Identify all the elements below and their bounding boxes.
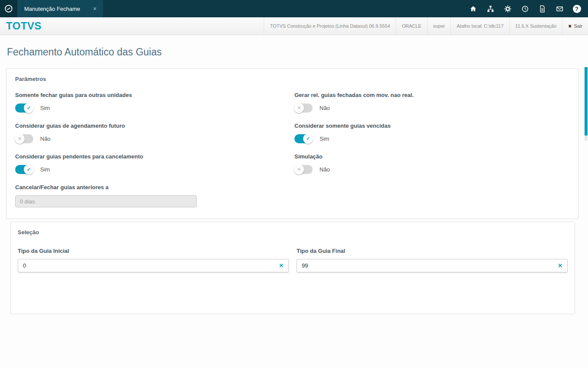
toggle-value: Sim <box>40 105 50 111</box>
tab-label: Manutenção Fechame <box>24 6 80 12</box>
selection-card: Seleção Tipo da Guia Inicial ✕ Tipo da G… <box>10 222 575 314</box>
environment-info: TOTVS Construção e Projetos (Linha Datas… <box>264 17 588 35</box>
param-field-guias-vencidas: Considerar somente guias vencidas Sim <box>294 123 569 144</box>
param-field-simulacao: Simulação Não <box>294 153 569 174</box>
field-label: Simulação <box>294 153 569 160</box>
param-field-pendentes-cancelamento: Considerar guias pendentes para cancelam… <box>15 153 290 174</box>
sair-button[interactable]: ✖ Sair <box>562 17 588 35</box>
param-field-agendamento-futuro: Considerar guias de agendamento futuro N… <box>15 123 290 144</box>
toggle-value: Não <box>320 105 330 111</box>
toggle-simulacao[interactable] <box>294 165 313 174</box>
tipo-guia-final-inputbox: ✕ <box>297 259 568 272</box>
tipo-guia-final-input[interactable] <box>302 262 558 269</box>
clear-icon[interactable]: ✕ <box>558 262 562 269</box>
tab-close-icon[interactable]: × <box>93 6 96 12</box>
param-field-cancelar-fechar-dias: Cancelar/Fechar guias anteriores a <box>15 184 290 207</box>
toggle-somente-fechar[interactable] <box>15 103 33 113</box>
sitemap-icon[interactable] <box>482 0 499 17</box>
toggle-knob <box>303 134 313 144</box>
document-icon[interactable] <box>534 0 551 17</box>
totvs-brand: TOTVS <box>0 17 48 35</box>
field-label: Gerar rel. guias fechadas com mov. nao r… <box>294 92 569 98</box>
help-icon[interactable]: ? <box>568 0 585 17</box>
home-icon[interactable] <box>464 0 482 17</box>
totvs-logo-icon[interactable] <box>0 0 17 17</box>
toggle-knob <box>294 165 304 174</box>
toggle-pendentes-cancelamento[interactable] <box>15 165 33 174</box>
toggle-agendamento-futuro[interactable] <box>15 134 33 143</box>
env-user: super <box>427 17 451 35</box>
toggle-value: Não <box>40 136 51 142</box>
parameters-grid: Somente fechar guias para outras unidade… <box>15 82 569 207</box>
env-version: 11.5.X Sustentação <box>509 17 562 35</box>
sair-x-icon: ✖ <box>568 24 572 29</box>
topbar-icon-group: ? <box>464 0 588 17</box>
tipo-guia-inicial-input[interactable] <box>23 262 279 269</box>
selection-field-tipo-guia-final: Tipo da Guia Final ✕ <box>297 248 568 272</box>
scrollbar-thumb[interactable] <box>585 67 588 136</box>
help-glyph: ? <box>573 5 581 13</box>
env-product: TOTVS Construção e Projetos (Linha Datas… <box>264 17 396 35</box>
brandbar: TOTVS TOTVS Construção e Projetos (Linha… <box>0 17 588 35</box>
param-field-gerar-rel: Gerar rel. guias fechadas com mov. nao r… <box>294 92 569 113</box>
selection-field-tipo-guia-inicial: Tipo da Guia Inicial ✕ <box>18 248 289 272</box>
toggle-value: Não <box>320 166 330 173</box>
selection-title: Seleção <box>18 229 568 236</box>
env-database: ORACLE <box>396 17 427 35</box>
toggle-knob <box>15 134 25 144</box>
selection-grid: Tipo da Guia Inicial ✕ Tipo da Guia Fina… <box>18 248 568 272</box>
toggle-guias-vencidas[interactable] <box>294 134 313 143</box>
tab-manutencao-fechame[interactable]: Manutenção Fechame × <box>17 0 103 17</box>
field-label: Tipo da Guia Final <box>297 248 568 254</box>
field-label: Considerar guias pendentes para cancelam… <box>15 153 290 160</box>
field-label: Somente fechar guias para outras unidade… <box>15 92 290 98</box>
sair-label: Sair <box>574 23 582 29</box>
toggle-knob <box>24 165 34 174</box>
page-title: Fechamento Automático das Guias <box>7 46 588 58</box>
param-field-somente-fechar: Somente fechar guias para outras unidade… <box>15 92 290 113</box>
toggle-knob <box>24 103 34 113</box>
clock-icon[interactable] <box>516 0 534 17</box>
parameters-card: Parâmetros Somente fechar guias para out… <box>6 68 578 219</box>
toggle-value: Sim <box>40 166 50 173</box>
field-label: Tipo da Guia Inicial <box>18 248 289 254</box>
mail-icon[interactable] <box>551 0 568 17</box>
clear-icon[interactable]: ✕ <box>279 262 284 269</box>
field-label: Cancelar/Fechar guias anteriores a <box>15 184 290 190</box>
toggle-value: Sim <box>320 136 329 142</box>
field-label: Considerar guias de agendamento futuro <box>15 123 290 129</box>
topbar: Manutenção Fechame × <box>0 0 588 17</box>
dias-input[interactable] <box>15 195 197 207</box>
toggle-knob <box>294 103 304 113</box>
tipo-guia-inicial-inputbox: ✕ <box>18 259 289 272</box>
gear-icon[interactable] <box>499 0 516 17</box>
parameters-title: Parâmetros <box>15 76 569 82</box>
toggle-gerar-rel[interactable] <box>294 103 313 113</box>
env-shortcut: Atalho local: C:\dlc117 <box>451 17 509 35</box>
field-label: Considerar somente guias vencidas <box>294 123 569 129</box>
